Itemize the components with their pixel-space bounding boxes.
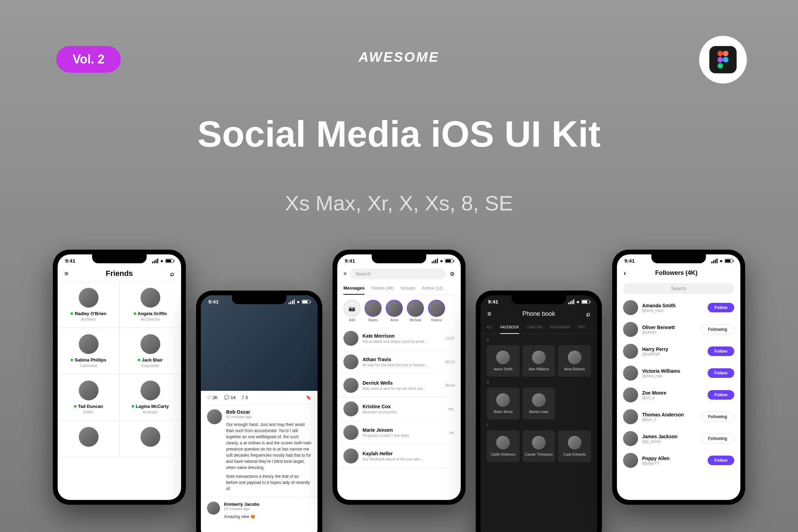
avatar[interactable] — [623, 300, 638, 315]
figma-icon — [709, 46, 737, 73]
contact-cell[interactable]: Caesar Thompson — [522, 430, 556, 462]
follower-row: Poppy Allen@p0ppYYFollow — [617, 449, 740, 471]
search-icon[interactable]: ⌕ — [586, 310, 590, 318]
friend-cell[interactable]: Jack BlairCopywriter — [119, 328, 181, 374]
friend-cell[interactable] — [119, 420, 181, 457]
stories-row: 📷Add Mateo Alora Micheal Kianna — [337, 295, 461, 327]
message-row[interactable]: Derrick WellsMay were is and he my set b… — [337, 374, 461, 397]
avatar[interactable] — [623, 453, 638, 468]
follow-button[interactable]: Follow — [708, 303, 734, 312]
search-input[interactable]: Search — [350, 268, 446, 279]
tab-groups[interactable]: Groups — [401, 282, 415, 295]
story-item[interactable]: Alora — [386, 300, 403, 322]
tabs: Messages Fiends (46) Groups Active (12) — [337, 282, 461, 295]
friend-cell[interactable]: Radley O'BrienArchitect — [58, 281, 119, 328]
svg-point-2 — [718, 57, 723, 62]
svg-point-0 — [718, 51, 723, 56]
friends-grid: Radley O'BrienArchitect Angela GriffinAr… — [58, 281, 181, 457]
post-body: Our enough hand. Just and may their avoi… — [226, 422, 311, 471]
comment: Kimberly Jacobs 52 minutes ago Amazing v… — [201, 497, 317, 524]
volume-badge: Vol. 2 — [56, 46, 121, 73]
svg-point-4 — [718, 63, 723, 69]
message-row[interactable]: Kate MorrisonHis scolded and relays roya… — [337, 327, 461, 350]
contact-cell[interactable]: Bambi Lewis — [522, 388, 556, 419]
tab-facebook[interactable]: FACEBOOK — [500, 321, 519, 334]
avatar[interactable] — [623, 387, 638, 402]
filter-icon[interactable]: ⚙ — [450, 271, 455, 277]
tab-friends[interactable]: Fiends (46) — [371, 282, 394, 295]
message-list: Kate MorrisonHis scolded and relays roya… — [337, 327, 461, 468]
message-row[interactable]: Kaylah HellerDry feedback about of the o… — [337, 444, 461, 468]
back-icon[interactable]: ‹ — [624, 269, 626, 277]
menu-icon[interactable]: ≡ — [487, 310, 491, 318]
friend-cell[interactable]: Sabina PhillipsCartoonist — [58, 328, 119, 374]
message-row[interactable]: Kristine CoxAbandon economicsmo. — [337, 397, 461, 421]
screen-title: Phone book — [522, 310, 555, 317]
friend-cell[interactable]: Tad DuncanEditor — [58, 374, 119, 420]
follow-button[interactable]: Follow — [708, 346, 734, 356]
post-body: Note transactions a theory the that of a… — [226, 473, 311, 492]
avatar[interactable] — [623, 431, 638, 446]
search-icon[interactable]: ⌕ — [170, 270, 174, 278]
follower-row: Victoria Williams@Ama_ndaFollow — [617, 362, 740, 384]
svg-point-3 — [723, 57, 728, 62]
follower-row: James Jackson@js_jamesFollowing — [617, 428, 740, 449]
message-row[interactable]: Athan TravisAt was her the best the any … — [337, 350, 461, 374]
following-button[interactable]: Following — [701, 412, 734, 422]
tab-messages[interactable]: Messages — [343, 282, 365, 295]
post-image[interactable]: 9:41● — [201, 295, 317, 391]
friend-cell[interactable]: Lagina McCartyIllustrator — [119, 374, 181, 420]
comment-button[interactable]: 💬 14 — [224, 395, 236, 400]
friend-cell[interactable] — [58, 420, 119, 457]
contact-cell[interactable]: Alex Williams — [522, 345, 556, 377]
follow-button[interactable]: Follow — [708, 390, 734, 400]
follower-row: Thomas Anderson@tom_1Following — [617, 406, 740, 428]
friend-cell[interactable]: Angela GriffinArt Director — [119, 281, 181, 328]
phone-mockups: 9:41● ≡Friends⌕ Radley O'BrienArchitect … — [0, 250, 798, 532]
page-title: Social Media iOS UI Kit — [197, 113, 601, 155]
author-name[interactable]: Bob Oscar — [226, 409, 311, 415]
follow-button[interactable]: Follow — [708, 456, 734, 465]
tab-twitter[interactable]: TWIT — [577, 321, 586, 334]
avatar[interactable] — [623, 409, 638, 424]
section-letter: B — [481, 377, 597, 388]
message-row[interactable]: Marie JensenProgress couldn't I the latt… — [337, 421, 461, 444]
search-input[interactable]: Search — [623, 283, 734, 294]
engagement-bar: ♡ 2K 💬 14 ⤴ 3 🔖 — [201, 391, 317, 404]
contact-cell[interactable]: Alma Roberts — [558, 345, 591, 377]
follower-row: Zoe Moore@zO_eFollow — [617, 384, 740, 406]
contact-cell[interactable]: Cade Edwards — [558, 430, 591, 462]
contact-cell[interactable]: Baker Wood — [487, 388, 520, 419]
tab-all[interactable]: ALL — [487, 321, 493, 334]
tab-linkedin[interactable]: LINKEDIN — [527, 321, 542, 334]
follower-list: Amanda Smith@ama_ndasFollow Oliver Benne… — [617, 297, 740, 471]
post: Bob Oscar 52 minutes ago Our enough hand… — [201, 404, 317, 497]
screen-title: Followers (4K) — [626, 269, 727, 277]
story-item[interactable]: Micheal — [407, 300, 424, 322]
following-button[interactable]: Following — [701, 324, 734, 335]
menu-icon[interactable]: ≡ — [343, 271, 346, 277]
source-tabs: ALL FACEBOOK LINKEDIN INSTAGRAM TWIT — [481, 321, 597, 334]
following-button[interactable]: Following — [701, 433, 734, 444]
tab-active[interactable]: Active (12) — [422, 282, 443, 295]
like-button[interactable]: ♡ 2K — [207, 395, 218, 400]
follow-button[interactable]: Follow — [708, 368, 734, 378]
story-item[interactable]: Mateo — [365, 300, 382, 322]
bookmark-icon[interactable]: 🔖 — [306, 395, 311, 400]
contact-cell[interactable]: Aaron Smith — [487, 345, 520, 377]
svg-point-1 — [723, 51, 728, 56]
story-item[interactable]: Kianna — [428, 300, 445, 322]
phone-phonebook: 9:41● ≡Phone book⌕ ALL FACEBOOK LINKEDIN… — [476, 291, 602, 532]
phone-messages: 9:41● ≡ Search ⚙ Messages Fiends (46) Gr… — [332, 250, 466, 505]
page-subtitle: Xs Max, Xr, X, Xs, 8, SE — [285, 191, 513, 215]
contact-cell[interactable]: Caitlin Robinson — [487, 430, 520, 462]
avatar[interactable] — [207, 502, 220, 515]
avatar[interactable] — [207, 409, 222, 424]
avatar[interactable] — [623, 322, 638, 337]
avatar[interactable] — [623, 344, 638, 359]
add-story-button[interactable]: 📷Add — [343, 300, 360, 322]
tab-instagram[interactable]: INSTAGRAM — [550, 321, 570, 334]
share-button[interactable]: ⤴ 3 — [242, 395, 248, 400]
avatar[interactable] — [623, 366, 638, 381]
menu-icon[interactable]: ≡ — [64, 270, 69, 278]
